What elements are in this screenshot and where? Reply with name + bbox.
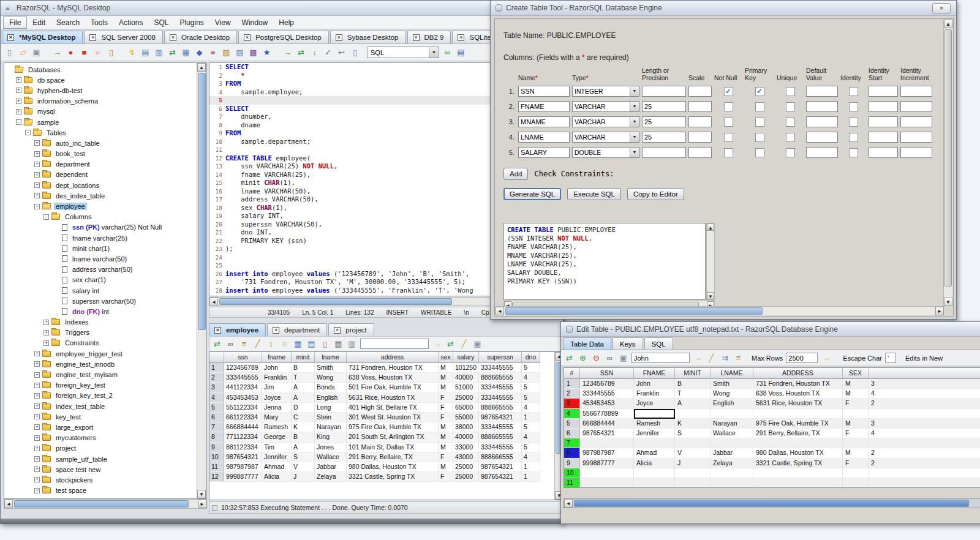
lightning-icon[interactable]: ↯	[127, 47, 137, 58]
table-row[interactable]: 6661122334MaryCStein301 West St. Houston…	[209, 413, 556, 422]
copy-to-editor-button[interactable]: Copy to Editor	[627, 188, 684, 200]
edit-tab-sql[interactable]: SQL	[644, 337, 673, 350]
escape-char-input[interactable]	[885, 353, 896, 363]
tree-item-key-test[interactable]: +key_test	[4, 411, 206, 422]
add-row-icon[interactable]: ⊕	[578, 353, 588, 363]
max-rows-input[interactable]	[786, 353, 818, 363]
delete-row-icon[interactable]: ⊖	[591, 353, 601, 363]
column-header-extra[interactable]	[869, 368, 980, 379]
refresh-icon[interactable]: ⇄	[564, 353, 575, 363]
tree-item-lname-varchar-50[interactable]: lname varchar(50)	[4, 253, 206, 264]
column-type-select[interactable]: INTEGER▼	[572, 86, 639, 97]
scroll-right-icon[interactable]: ►	[198, 500, 206, 508]
column-length-input[interactable]	[642, 132, 686, 143]
tree-item-sample[interactable]: -sample	[4, 117, 206, 127]
tree-item-fname-varchar-25[interactable]: fname varchar(25)	[4, 233, 206, 243]
column-header-sex[interactable]: sex	[439, 352, 453, 363]
cell-fname[interactable]	[634, 409, 675, 419]
menu-search[interactable]: Search	[51, 17, 85, 28]
execute-all-icon[interactable]: ⇄	[296, 47, 306, 58]
identity-checkbox[interactable]	[849, 133, 858, 142]
tree-item-sex-char-1[interactable]: sex char(1)	[4, 275, 206, 285]
tree-horizontal-scrollbar[interactable]: ◄ ►	[4, 499, 207, 509]
disconnect-icon[interactable]: ●	[66, 47, 76, 58]
layout-icon[interactable]: ▤	[456, 47, 466, 58]
menu-window[interactable]: Window	[236, 17, 274, 28]
new-file-icon[interactable]: ▯	[4, 47, 15, 58]
tree-item-indexes[interactable]: +Indexes	[4, 317, 206, 328]
table-row[interactable]: 1123456789JohnBSmith731 Fondren, Houston…	[209, 363, 556, 373]
tree-item-minit-char-1[interactable]: minit char(1)	[4, 243, 206, 253]
table-row[interactable]: 6987654321JenniferSWallace291 Berry, Bel…	[564, 429, 980, 438]
unique-checkbox[interactable]	[786, 102, 795, 111]
tree-item-stockpickers[interactable]: +stockpickers	[4, 474, 206, 485]
open-file-icon[interactable]: ▱	[18, 47, 28, 58]
primary-key-checkbox[interactable]	[755, 118, 764, 127]
format-icon[interactable]: ◆	[194, 47, 205, 58]
expander-icon[interactable]: +	[34, 182, 40, 188]
chevron-down-icon[interactable]: ▼	[630, 117, 639, 127]
view-icon[interactable]: ∞	[225, 339, 236, 349]
scroll-down-icon[interactable]: ▼	[944, 298, 952, 306]
table-row[interactable]: 7666884444RameshKNarayan975 Fire Oak, Hu…	[209, 422, 556, 432]
edit-hscroll-thumb[interactable]	[574, 500, 969, 507]
column-header-address[interactable]: address	[347, 352, 439, 363]
tree-item-dept-locations[interactable]: +dept_locations	[4, 180, 206, 190]
expander-icon[interactable]: +	[34, 193, 40, 198]
tree-item-dependent[interactable]: +dependent	[4, 170, 206, 180]
expander-icon[interactable]: -	[16, 119, 21, 125]
copy-icon[interactable]: ▦	[333, 339, 344, 349]
tab-mysql-desktop[interactable]: ×*MySQL Desktop	[2, 31, 83, 43]
expander-icon[interactable]: +	[34, 477, 40, 482]
primary-key-checkbox[interactable]	[755, 148, 764, 157]
close-window-button[interactable]: ×	[932, 3, 951, 13]
generated-sql-box[interactable]: CREATE TABLE PUBLIC.EMPLOYEE(SSN INTEGER…	[503, 223, 706, 300]
column-type-select[interactable]: VARCHAR▼	[572, 101, 639, 112]
add-column-button[interactable]: Add	[503, 168, 528, 180]
column-scale-input[interactable]	[688, 101, 712, 112]
main-title-bar[interactable]: ≡ RazorSQL - MySQL Desktop	[1, 1, 563, 16]
default-value-input[interactable]	[806, 116, 838, 127]
copy-icon[interactable]: ▦	[181, 47, 191, 58]
print-icon[interactable]: ▥	[347, 339, 357, 349]
results-tab-department[interactable]: ×department	[267, 323, 327, 336]
tree-item-databases[interactable]: Databases	[4, 64, 206, 75]
table-row[interactable]: 12999887777AliciaJZelaya3321 Castle, Spr…	[209, 472, 556, 482]
menu-edit[interactable]: Edit	[27, 17, 51, 28]
tab-sql-server-2008[interactable]: ×SQL Server 2008	[84, 31, 162, 43]
max-rows-go-icon[interactable]: →	[821, 353, 831, 363]
tree-item-employee[interactable]: -employee	[4, 201, 206, 211]
sql-box-vertical-scrollbar[interactable]: ▲ ▼	[706, 223, 715, 300]
identity-increment-input[interactable]	[900, 132, 932, 143]
tree-item-address-varchar-50[interactable]: address varchar(50)	[4, 264, 206, 275]
close-tab-icon[interactable]: ×	[273, 327, 279, 334]
table-row[interactable]: 2333445555FranklinTWong638 Voss, Houston…	[564, 389, 980, 399]
tree-item-mysql[interactable]: +mysql	[4, 107, 206, 117]
edit-data-icon[interactable]: ╱	[459, 339, 469, 349]
db-stack-icon[interactable]: ≡	[208, 47, 218, 58]
identity-checkbox[interactable]	[849, 102, 858, 111]
column-length-input[interactable]	[642, 101, 686, 112]
column-length-input[interactable]	[642, 147, 686, 158]
expander-icon[interactable]: +	[34, 467, 40, 472]
menu-tools[interactable]: Tools	[85, 17, 113, 28]
default-value-input[interactable]	[806, 132, 838, 143]
unique-checkbox[interactable]	[786, 118, 795, 127]
identity-increment-input[interactable]	[900, 86, 932, 97]
column-header-ssn[interactable]: ssn	[224, 352, 262, 363]
identity-start-input[interactable]	[869, 101, 898, 112]
column-header-rownum[interactable]	[209, 352, 224, 363]
results-tab-employee[interactable]: ×employee	[209, 323, 266, 336]
scroll-right-icon[interactable]: ►	[935, 307, 944, 315]
scroll-left-icon[interactable]: ◄	[496, 307, 504, 315]
expander-icon[interactable]: +	[34, 456, 40, 462]
expander-icon[interactable]: +	[34, 488, 40, 493]
close-tab-icon[interactable]: ×	[458, 34, 464, 41]
db-info-icon[interactable]: ▯	[106, 47, 116, 58]
default-value-input[interactable]	[806, 147, 838, 158]
tree-item-auto-inc-table[interactable]: +auto_inc_table	[4, 138, 206, 148]
primary-key-checkbox[interactable]: ✓	[755, 87, 764, 96]
tree-item-salary-int[interactable]: salary int	[4, 285, 206, 296]
drop-db-icon[interactable]: ■	[79, 47, 89, 58]
expander-icon[interactable]: +	[16, 88, 21, 93]
